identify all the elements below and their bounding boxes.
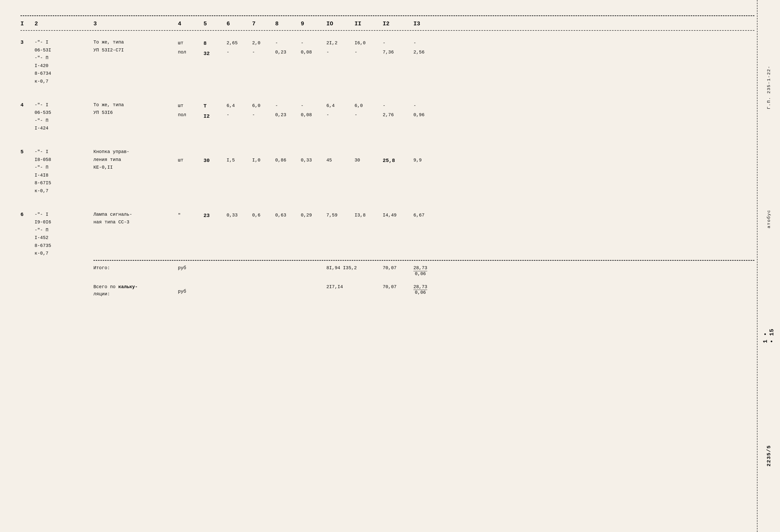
header-col-12: I2 — [383, 21, 413, 27]
header-row: I 2 3 4 5 6 7 8 9 IO II I2 I3 — [20, 16, 754, 31]
header-col-1: I — [20, 21, 35, 27]
row3-col3: То же, типаУП 53I2-С7I — [93, 38, 178, 54]
row3-num: 3 — [20, 38, 35, 45]
sidebar-text-mid: атобус — [767, 210, 771, 228]
row6-col12: I4,49 — [383, 211, 413, 220]
row4-col8: -0,23 — [275, 101, 301, 119]
header-col-2: 2 — [35, 21, 93, 27]
row4-col2: -"- I06-535-"- ПI-424 — [35, 101, 93, 132]
row6-col3: Лампа сигналь-ная типа СС-3 — [93, 211, 178, 226]
row4-col4: штпол — [178, 101, 203, 119]
itogo-label: Итого: — [93, 265, 178, 270]
row5-col12: 25,8 — [383, 148, 413, 166]
itogo-numerator: 28,73 — [413, 266, 427, 271]
page: I 2 3 4 5 6 7 8 9 IO II I2 I3 3 -"- I06-… — [0, 0, 780, 532]
row5-col7: I,0 — [252, 148, 275, 165]
row6-num: 6 — [20, 211, 35, 217]
header-col-3: 3 — [93, 21, 178, 27]
row4-col9: -0,08 — [301, 101, 326, 119]
itogo-denominator: 0,06 — [415, 271, 426, 277]
vsego-numerator: 28,73 — [413, 284, 427, 290]
header-col-4: 4 — [178, 21, 203, 27]
vsego-unit: руб — [178, 283, 203, 294]
row6-col2: -"- II9-0I6-"- ПI-4528-6735к-0,7 — [35, 211, 93, 258]
row3-col10: 2I,2- — [326, 38, 354, 57]
row4-col7: 6,0- — [252, 101, 275, 119]
row6-col11: I3,8 — [354, 211, 383, 220]
table-row: 5 -"- II8-058-"- ПI-4I88-67I5к-0,7 Кнопк… — [20, 140, 754, 203]
row5-col11: 30 — [354, 148, 383, 165]
row6-col6: 0,33 — [227, 211, 252, 220]
row6-col10: 7,59 — [326, 211, 354, 220]
row5-col3: Кнопка управ-ления типаКЕ-0,II — [93, 148, 178, 171]
row4-num: 4 — [20, 101, 35, 108]
row4-col6: 6,4- — [227, 101, 252, 119]
row5-col9: 0,33 — [301, 148, 326, 165]
row3-col2: -"- I06-53I-"- ПI-4208-6734к-0,7 — [35, 38, 93, 86]
itogo-col10-11: 8I,94 I35,2 — [326, 265, 383, 270]
row4-col10: 6,4- — [326, 101, 354, 119]
itogo-col13: 28,73 0,06 — [413, 265, 444, 277]
vsego-denominator: 0,06 — [415, 290, 426, 295]
row5-col4: шт — [178, 148, 203, 165]
row5-col10: 45 — [326, 148, 354, 165]
row6-col5: 23 — [203, 211, 227, 221]
row5-col2: -"- II8-058-"- ПI-4I88-67I5к-0,7 — [35, 148, 93, 195]
row4-col11: 6,0- — [354, 101, 383, 119]
vsego-label: Всего по кальку-ляции: — [93, 283, 178, 298]
row3-col5: 832 — [203, 38, 227, 59]
row3-col11: I6,0- — [354, 38, 383, 57]
itogo-fraction: 28,73 0,06 — [413, 266, 427, 277]
header-col-11: II — [354, 21, 383, 27]
row5-num: 5 — [20, 148, 35, 155]
row3-col9: -0,08 — [301, 38, 326, 57]
vsego-row: Всего по кальку-ляции: руб 2I7,I4 70,07 … — [93, 279, 754, 301]
header-col-8: 8 — [275, 21, 301, 27]
row6-col13: 6,67 — [413, 211, 444, 220]
header-col-6: 6 — [227, 21, 252, 27]
itogo-row: Итого: руб 8I,94 I35,2 70,07 28,73 0,06 — [93, 260, 754, 279]
vsego-col10-11: 2I7,I4 — [326, 283, 383, 289]
vsego-fraction: 28,73 0,06 — [413, 284, 427, 296]
row3-col13: -2,56 — [413, 38, 444, 57]
row4-col3: То же, типаУП 53I6 — [93, 101, 178, 117]
header-col-10: IO — [326, 21, 354, 27]
itogo-unit: руб — [178, 265, 203, 270]
row3-col6: 2,65- — [227, 38, 252, 57]
row6-col4: " — [178, 211, 203, 220]
table-row: 4 -"- I06-535-"- ПI-424 То же, типаУП 53… — [20, 93, 754, 140]
header-col-7: 7 — [252, 21, 275, 27]
row4-col5: TI2 — [203, 101, 227, 121]
sidebar-bottom: 2235/5 — [766, 445, 772, 467]
row5-col8: 0,86 — [275, 148, 301, 165]
row6-col7: 0,6 — [252, 211, 275, 220]
right-sidebar: Г.П. 235-1-22- атобус 1 •• 15 2235/5 — [757, 0, 780, 532]
vsego-col13: 28,73 0,06 — [413, 283, 444, 296]
header-col-5: 5 — [203, 21, 227, 27]
table-row: 3 -"- I06-53I-"- ПI-4208-6734к-0,7 То же… — [20, 31, 754, 93]
sidebar-note-text: 1 •• 15 — [762, 329, 775, 343]
sidebar-text-top: Г.П. 235-1-22- — [767, 65, 771, 109]
row5-col13: 9,9 — [413, 148, 444, 165]
row4-col12: -2,76 — [383, 101, 413, 119]
row3-col7: 2,0- — [252, 38, 275, 57]
row4-col13: -0,96 — [413, 101, 444, 119]
header-col-13: I3 — [413, 21, 444, 27]
row6-col9: 0,29 — [301, 211, 326, 220]
row5-col6: I,5 — [227, 148, 252, 165]
row5-col5: 30 — [203, 148, 227, 166]
row3-col4: штпол — [178, 38, 203, 57]
itogo-col12: 70,07 — [383, 265, 413, 270]
sidebar-note: 1 •• 15 — [762, 329, 775, 345]
table-row: 6 -"- II9-0I6-"- ПI-4528-6735к-0,7 Лампа… — [20, 203, 754, 260]
row3-col8: -0,23 — [275, 38, 301, 57]
header-col-9: 9 — [301, 21, 326, 27]
row3-col12: -7,36 — [383, 38, 413, 57]
row6-col8: 0,63 — [275, 211, 301, 220]
vsego-col12: 70,07 — [383, 283, 413, 289]
